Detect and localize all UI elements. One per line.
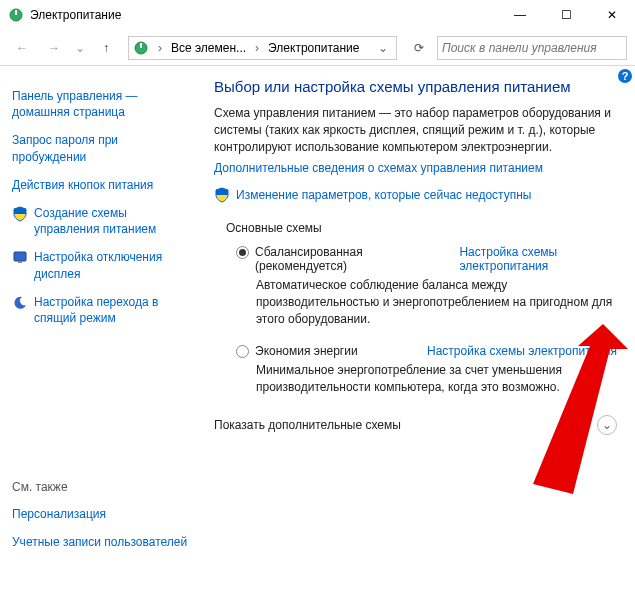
page-description: Схема управления питанием — это набор па… [214, 105, 617, 155]
plan-settings-link[interactable]: Настройка схемы электропитания [397, 344, 617, 358]
breadcrumb-item[interactable]: Все элемен... [167, 41, 250, 55]
svg-text:?: ? [622, 70, 629, 82]
sidebar-item-password[interactable]: Запрос пароля при пробуждении [12, 132, 188, 164]
svg-rect-4 [14, 252, 26, 261]
nav-up-button[interactable]: ↑ [92, 34, 120, 62]
monitor-icon [12, 250, 28, 266]
search-input[interactable] [442, 41, 622, 55]
sidebar-item-create-plan[interactable]: Создание схемы управления питанием [12, 205, 188, 237]
plan-name: Экономия энергии [255, 344, 358, 358]
see-also-personalization[interactable]: Персонализация [12, 506, 188, 522]
power-options-icon [8, 7, 24, 23]
close-button[interactable]: ✕ [589, 0, 635, 30]
page-heading: Выбор или настройка схемы управления пит… [214, 78, 617, 95]
nav-history-dropdown[interactable]: ⌄ [72, 34, 88, 62]
sidebar-item-display-off[interactable]: Настройка отключения дисплея [12, 249, 188, 281]
svg-rect-3 [140, 43, 142, 48]
breadcrumb-item[interactable]: Электропитание [264, 41, 363, 55]
see-also-user-accounts[interactable]: Учетные записи пользователей [12, 534, 188, 550]
nav-forward-button[interactable]: → [40, 34, 68, 62]
minimize-button[interactable]: — [497, 0, 543, 30]
basic-plans-label: Основные схемы [226, 221, 617, 235]
svg-rect-1 [15, 10, 17, 15]
help-icon[interactable]: ? [617, 68, 633, 84]
window-title: Электропитание [30, 8, 497, 22]
nav-back-button[interactable]: ← [8, 34, 36, 62]
sidebar-item-buttons[interactable]: Действия кнопок питания [12, 177, 188, 193]
plan-radio[interactable] [236, 246, 249, 259]
plan-description: Минимальное энергопотребление за счет ум… [256, 362, 617, 396]
expand-button[interactable]: ⌄ [597, 415, 617, 435]
show-more-plans-label: Показать дополнительные схемы [214, 418, 401, 432]
main-content: ? Выбор или настройка схемы управления п… [200, 66, 635, 597]
navbar: ← → ⌄ ↑ › Все элемен... › Электропитание… [0, 30, 635, 66]
sidebar-home-link[interactable]: Панель управления — домашняя страница [12, 88, 188, 120]
moon-icon [12, 295, 28, 311]
shield-icon [12, 206, 28, 222]
address-bar[interactable]: › Все элемен... › Электропитание ⌄ [128, 36, 397, 60]
plan-description: Автоматическое соблюдение баланса между … [256, 277, 617, 327]
search-box[interactable] [437, 36, 627, 60]
power-options-icon [133, 40, 149, 56]
plan-settings-link[interactable]: Настройка схемы электропитания [429, 245, 617, 273]
plan-name: Сбалансированная [255, 245, 363, 259]
change-unavailable-link[interactable]: Изменение параметров, которые сейчас нед… [236, 188, 532, 202]
sidebar: Панель управления — домашняя страница За… [0, 66, 200, 597]
maximize-button[interactable]: ☐ [543, 0, 589, 30]
shield-icon [214, 187, 230, 203]
sidebar-item-sleep[interactable]: Настройка перехода в спящий режим [12, 294, 188, 326]
plan-energy-saver: Экономия энергии Настройка схемы электро… [236, 344, 617, 396]
plan-balanced: Сбалансированная (рекомендуется) Настрой… [236, 245, 617, 327]
see-also-label: См. также [12, 480, 188, 494]
more-info-link[interactable]: Дополнительные сведения о схемах управле… [214, 161, 543, 175]
chevron-right-icon[interactable]: › [250, 41, 264, 55]
chevron-right-icon[interactable]: › [153, 41, 167, 55]
address-dropdown-icon[interactable]: ⌄ [374, 41, 392, 55]
plan-recommended: (рекомендуется) [255, 259, 347, 273]
titlebar: Электропитание — ☐ ✕ [0, 0, 635, 30]
plan-radio[interactable] [236, 345, 249, 358]
svg-rect-5 [18, 261, 22, 263]
refresh-button[interactable]: ⟳ [405, 36, 433, 60]
